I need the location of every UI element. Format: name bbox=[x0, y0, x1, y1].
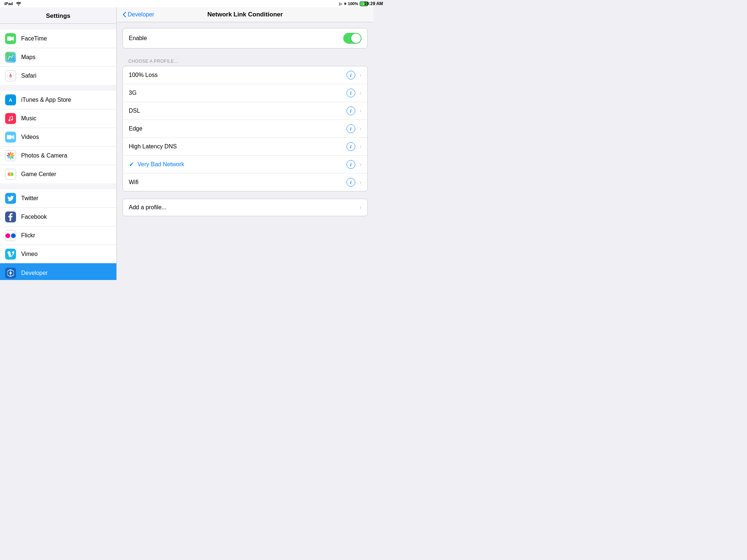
music-label: Music bbox=[21, 115, 36, 122]
chevron-wifi: › bbox=[360, 179, 361, 186]
sidebar-item-maps[interactable]: Maps bbox=[0, 48, 116, 67]
profile-row-3g[interactable]: 3G i › bbox=[123, 84, 367, 102]
info-icon-highlatency[interactable]: i bbox=[347, 142, 355, 151]
info-icon-wifi[interactable]: i bbox=[347, 178, 355, 187]
music-icon bbox=[5, 113, 16, 124]
svg-rect-20 bbox=[8, 134, 9, 135]
svg-point-0 bbox=[18, 5, 19, 6]
chevron-edge: › bbox=[360, 125, 361, 132]
checkmark-verybad: ✓ bbox=[129, 161, 134, 168]
back-button[interactable]: Developer bbox=[123, 11, 154, 18]
photos-label: Photos & Camera bbox=[21, 152, 67, 159]
sidebar-group-3: Twitter Facebook Flickr bbox=[0, 189, 116, 263]
sidebar-item-safari[interactable]: Safari bbox=[0, 67, 116, 85]
profile-row-right-loss100: i › bbox=[347, 71, 361, 79]
sidebar-item-developer[interactable]: Developer bbox=[0, 263, 116, 280]
status-bar-time: 10:29 AM bbox=[364, 1, 374, 6]
gamecenter-icon bbox=[5, 169, 16, 180]
info-icon-edge[interactable]: i bbox=[347, 124, 355, 133]
sidebar-item-vimeo[interactable]: Vimeo bbox=[0, 245, 116, 263]
sidebar-item-itunes[interactable]: A iTunes & App Store bbox=[0, 91, 116, 109]
svg-point-35 bbox=[9, 272, 12, 274]
profile-row-right-highlatency: i › bbox=[347, 142, 361, 151]
chevron-dsl: › bbox=[360, 108, 361, 114]
add-profile-label: Add a profile... bbox=[129, 204, 358, 211]
developer-icon bbox=[5, 268, 16, 279]
facebook-label: Facebook bbox=[21, 214, 47, 220]
sidebar-item-flickr[interactable]: Flickr bbox=[0, 226, 116, 245]
flickr-dot-blue bbox=[11, 233, 16, 238]
maps-icon bbox=[5, 52, 16, 63]
enable-label: Enable bbox=[129, 35, 343, 42]
profile-row-highlatency[interactable]: High Latency DNS i › bbox=[123, 138, 367, 156]
profile-row-right-3g: i › bbox=[347, 89, 361, 97]
svg-point-27 bbox=[12, 155, 15, 156]
twitter-icon bbox=[5, 193, 16, 204]
svg-point-24 bbox=[10, 152, 11, 155]
photos-icon bbox=[5, 150, 16, 161]
sidebar-item-gamecenter[interactable]: Game Center bbox=[0, 165, 116, 183]
enable-toggle[interactable] bbox=[343, 33, 361, 44]
vimeo-icon bbox=[5, 249, 16, 260]
profile-row-verybad[interactable]: ✓ Very Bad Network i › bbox=[123, 156, 367, 174]
developer-label: Developer bbox=[21, 270, 48, 276]
profile-label-wifi: Wifi bbox=[129, 179, 347, 186]
svg-point-26 bbox=[7, 155, 9, 156]
status-bar: iPad 10:29 AM ▷ ✳ 100% ⚡ bbox=[0, 0, 374, 7]
sidebar-item-facebook[interactable]: Facebook bbox=[0, 208, 116, 226]
status-bar-left: iPad bbox=[4, 1, 22, 6]
info-icon-loss100[interactable]: i bbox=[347, 71, 355, 79]
facetime-label: FaceTime bbox=[21, 35, 47, 42]
profile-label-verybad: Very Bad Network bbox=[138, 161, 347, 168]
profile-row-wifi[interactable]: Wifi i › bbox=[123, 174, 367, 191]
profiles-group: 100% Loss i › 3G i › DSL bbox=[123, 66, 368, 191]
svg-point-17 bbox=[11, 119, 13, 121]
wifi-icon bbox=[16, 1, 22, 6]
sidebar-title: Settings bbox=[0, 7, 116, 24]
profile-row-dsl[interactable]: DSL i › bbox=[123, 102, 367, 120]
svg-point-34 bbox=[9, 172, 12, 176]
enable-group: Enable bbox=[123, 28, 368, 48]
enable-row[interactable]: Enable bbox=[123, 28, 367, 48]
nav-bar-title: Network Link Conditioner bbox=[208, 11, 283, 18]
flickr-icon bbox=[5, 230, 16, 241]
content-area: Enable CHOOSE A PROFILE... 100% Loss i › bbox=[117, 22, 374, 280]
app-layout: Settings FaceTime bbox=[0, 7, 374, 280]
add-profile-row[interactable]: Add a profile... › bbox=[123, 199, 367, 216]
svg-rect-5 bbox=[7, 36, 11, 41]
svg-rect-22 bbox=[11, 134, 12, 135]
sidebar-item-facetime[interactable]: FaceTime bbox=[0, 30, 116, 48]
add-profile-chevron: › bbox=[360, 204, 361, 211]
info-icon-dsl[interactable]: i bbox=[347, 106, 355, 115]
videos-label: Videos bbox=[21, 134, 39, 140]
sidebar-item-music[interactable]: Music bbox=[0, 109, 116, 128]
profile-row-loss100[interactable]: 100% Loss i › bbox=[123, 66, 367, 84]
svg-text:A: A bbox=[9, 97, 12, 103]
location-icon: ▷ bbox=[339, 2, 342, 6]
gamecenter-label: Game Center bbox=[21, 171, 56, 178]
info-icon-3g[interactable]: i bbox=[347, 89, 355, 97]
sidebar-item-videos[interactable]: Videos bbox=[0, 128, 116, 147]
info-icon-verybad[interactable]: i bbox=[347, 160, 355, 169]
sidebar-item-twitter[interactable]: Twitter bbox=[0, 189, 116, 208]
facebook-icon bbox=[5, 211, 16, 222]
battery-percent: 100% bbox=[348, 1, 358, 6]
sidebar-group-2: A iTunes & App Store Music bbox=[0, 91, 116, 183]
sidebar-item-photos[interactable]: Photos & Camera bbox=[0, 147, 116, 165]
profile-section-header: CHOOSE A PROFILE... bbox=[123, 56, 368, 66]
flickr-dot-pink bbox=[5, 233, 10, 238]
profile-row-edge[interactable]: Edge i › bbox=[123, 120, 367, 138]
itunes-icon: A bbox=[5, 94, 16, 105]
maps-label: Maps bbox=[21, 54, 35, 61]
chevron-loss100: › bbox=[360, 72, 361, 78]
videos-icon bbox=[5, 132, 16, 143]
profile-label-3g: 3G bbox=[129, 90, 347, 96]
profile-row-right-edge: i › bbox=[347, 124, 361, 133]
profile-label-loss100: 100% Loss bbox=[129, 72, 347, 78]
add-profile-group: Add a profile... › bbox=[123, 199, 368, 216]
bluetooth-icon: ✳ bbox=[344, 2, 347, 6]
safari-icon bbox=[5, 70, 16, 81]
chevron-3g: › bbox=[360, 90, 361, 96]
svg-point-25 bbox=[10, 157, 11, 160]
profile-label-edge: Edge bbox=[129, 125, 347, 132]
